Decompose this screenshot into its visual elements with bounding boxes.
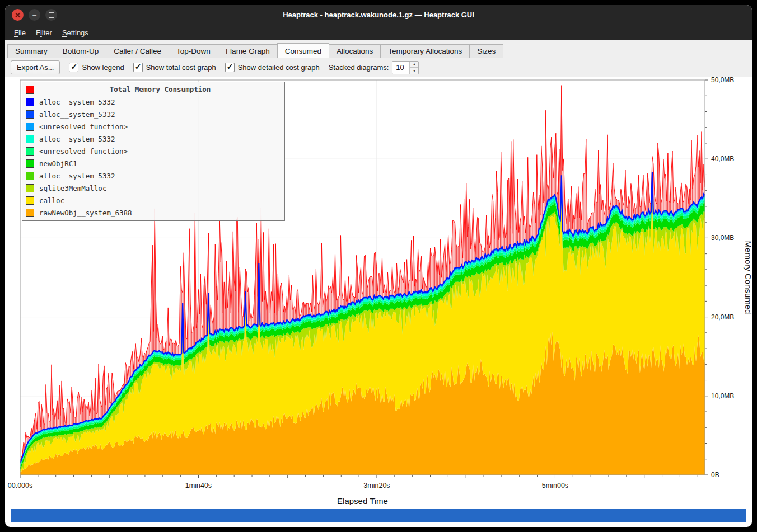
legend-item-label: sqlite3MemMalloc (39, 184, 106, 192)
legend-swatch (26, 110, 34, 119)
legend-swatch (26, 147, 34, 156)
legend-item: alloc__system_5332 (22, 133, 284, 145)
menu-file[interactable]: File (9, 27, 31, 39)
titlebar: ✕ – Heaptrack - heaptrack.wakunode.1.gz … (5, 5, 752, 25)
y-axis-title: Memory Consumed (744, 241, 752, 314)
legend-item-label: rawNewObj__system_6388 (39, 209, 132, 217)
memory-consumption-chart[interactable]: 0B10,0MB20,0MB30,0MB40,0MB50,0MB00.000s1… (5, 77, 752, 505)
maximize-button[interactable] (45, 9, 57, 21)
tab-caller-callee[interactable]: Caller / Callee (106, 44, 169, 58)
legend-title: Total Memory Consumption (39, 79, 281, 100)
spin-buttons: ▲ ▼ (409, 62, 418, 74)
tab-consumed[interactable]: Consumed (277, 43, 329, 58)
stacked-diagrams-label: Stacked diagrams: (329, 63, 389, 72)
legend-item-label: alloc__system_5332 (39, 172, 115, 180)
stacked-diagrams-value: 10 (392, 62, 409, 74)
window-controls: ✕ – (12, 9, 57, 21)
legend-items: alloc__system_5332alloc__system_5332<unr… (22, 96, 284, 219)
toolbar: Export As... Show legendShow total cost … (5, 58, 752, 77)
legend-swatch (26, 184, 34, 192)
y-tick-label: 40,0MB (711, 155, 734, 163)
legend-swatch (26, 135, 34, 143)
legend-item: rawNewObj__system_6388 (22, 206, 284, 219)
legend-title-row: Total Memory Consumption (22, 83, 284, 96)
legend-item: alloc__system_5332 (22, 170, 284, 182)
x-tick-label: 00.000s (8, 482, 32, 489)
minimize-button[interactable]: – (29, 9, 40, 21)
legend-item-label: calloc (39, 196, 64, 205)
stacked-diagrams-spinbox[interactable]: 10 ▲ ▼ (392, 61, 419, 74)
legend-swatch (26, 159, 34, 168)
checkbox-box[interactable] (69, 63, 78, 72)
checkbox-show-total-cost-graph[interactable]: Show total cost graph (133, 63, 216, 72)
tab-flame-graph[interactable]: Flame Graph (218, 44, 278, 58)
tab-top-down[interactable]: Top-Down (169, 44, 218, 58)
legend-swatch (26, 98, 34, 106)
export-as-button[interactable]: Export As... (11, 60, 60, 74)
legend-item-label: <unresolved function> (39, 123, 128, 131)
y-tick-label: 20,0MB (711, 313, 734, 321)
legend-item-label: <unresolved function> (39, 147, 128, 156)
legend-item: <unresolved function> (22, 120, 284, 133)
legend-item: newObjRC1 (22, 157, 284, 170)
y-tick-label: 50,0MB (711, 77, 734, 84)
legend-item-label: newObjRC1 (39, 159, 77, 168)
toolbar-checkboxes: Show legendShow total cost graphShow det… (69, 63, 319, 72)
legend-item: <unresolved function> (22, 145, 284, 157)
legend-item: sqlite3MemMalloc (22, 182, 284, 194)
chart-legend: Total Memory Consumption alloc__system_5… (22, 82, 285, 221)
checkbox-label: Show detailed cost graph (238, 63, 320, 72)
menubar: FileFilterSettings (5, 25, 752, 40)
tab-allocations[interactable]: Allocations (329, 44, 381, 58)
x-tick-label: 1min40s (185, 482, 212, 489)
menu-settings[interactable]: Settings (57, 27, 94, 39)
tab-summary[interactable]: Summary (7, 44, 55, 58)
checkbox-label: Show total cost graph (146, 63, 216, 72)
legend-item-label: alloc__system_5332 (39, 98, 115, 106)
app-window: ✕ – Heaptrack - heaptrack.wakunode.1.gz … (5, 5, 752, 527)
checkbox-box[interactable] (225, 63, 235, 72)
checkbox-show-legend[interactable]: Show legend (69, 63, 124, 72)
time-range-slider[interactable] (11, 509, 746, 522)
x-axis-title: Elapsed Time (337, 496, 388, 505)
legend-item-label: alloc__system_5332 (39, 110, 115, 119)
close-button[interactable]: ✕ (12, 9, 24, 21)
legend-swatch (26, 172, 34, 180)
checkbox-label: Show legend (82, 63, 124, 72)
y-tick-label: 0B (711, 471, 719, 479)
menu-filter[interactable]: Filter (31, 27, 57, 39)
tab-bottom-up[interactable]: Bottom-Up (55, 44, 107, 58)
x-tick-label: 3min20s (363, 482, 390, 489)
tab-bar: SummaryBottom-UpCaller / CalleeTop-DownF… (5, 40, 752, 58)
stacked-diagrams-group: Stacked diagrams: 10 ▲ ▼ (329, 61, 419, 74)
window-title: Heaptrack - heaptrack.wakunode.1.gz — He… (5, 5, 752, 25)
legend-item: calloc (22, 194, 284, 206)
legend-item: alloc__system_5332 (22, 108, 284, 120)
y-tick-label: 10,0MB (711, 392, 734, 400)
legend-item-label: alloc__system_5332 (39, 135, 115, 143)
x-tick-label: 5min00s (542, 482, 568, 489)
spin-up-button[interactable]: ▲ (410, 62, 418, 68)
tab-temporary-allocations[interactable]: Temporary Allocations (380, 44, 470, 58)
legend-title-swatch (26, 86, 34, 94)
tab-sizes[interactable]: Sizes (469, 44, 503, 58)
legend-swatch (26, 196, 34, 205)
y-tick-label: 30,0MB (711, 234, 734, 242)
legend-swatch (26, 123, 34, 131)
checkbox-show-detailed-cost-graph[interactable]: Show detailed cost graph (225, 63, 320, 72)
maximize-icon (49, 12, 54, 18)
checkbox-box[interactable] (133, 63, 143, 72)
legend-swatch (26, 209, 34, 217)
spin-down-button[interactable]: ▼ (410, 67, 418, 74)
